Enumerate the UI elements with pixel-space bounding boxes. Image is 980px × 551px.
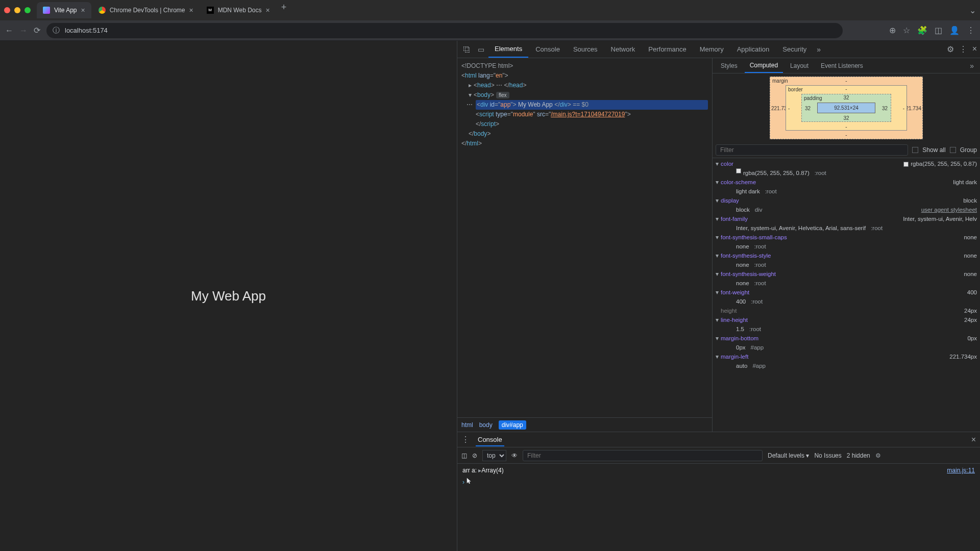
computed-property-row[interactable]: ▾margin-bottom0px <box>716 334 977 343</box>
show-all-checkbox[interactable] <box>912 147 918 153</box>
address-bar[interactable]: ⓘ localhost:5174 <box>46 23 843 38</box>
new-tab-button[interactable]: + <box>277 2 291 18</box>
search-icon[interactable]: ⊕ <box>889 26 896 35</box>
side-panel-icon[interactable]: ◫ <box>935 26 942 35</box>
box-model-content: 92.531×24 <box>817 103 875 113</box>
computed-property-source[interactable]: light dark:root</span> <box>716 187 977 196</box>
computed-property-source[interactable]: none:root</span> <box>716 242 977 251</box>
close-devtools-icon[interactable]: × <box>972 44 977 54</box>
back-button[interactable]: ← <box>5 26 13 35</box>
forward-button[interactable]: → <box>19 26 28 35</box>
tab-vite-app[interactable]: Vite App × <box>37 2 91 18</box>
flex-badge[interactable]: flex <box>496 92 509 98</box>
live-expression-icon[interactable]: 👁 <box>511 452 518 459</box>
devtools-panel: ⿻ ▭ Elements Console Sources Network Per… <box>457 41 980 551</box>
sidebar-toggle-icon[interactable]: ◫ <box>461 452 467 459</box>
reload-button[interactable]: ⟳ <box>34 26 40 35</box>
breadcrumb: html body div#app <box>457 417 712 432</box>
close-tab-icon[interactable]: × <box>189 6 193 14</box>
computed-properties-list[interactable]: ▾colorrgba(255, 255, 255, 0.87)rgba(255,… <box>713 158 980 432</box>
tab-layout[interactable]: Layout <box>785 58 814 73</box>
more-tabs-icon[interactable]: » <box>967 62 977 70</box>
inspect-element-icon[interactable]: ⿻ <box>460 45 474 54</box>
computed-property-source[interactable]: blockdivuser agent stylesheet <box>716 205 977 214</box>
tab-computed[interactable]: Computed <box>745 58 783 73</box>
computed-property-row[interactable]: ▾displayblock <box>716 196 977 205</box>
computed-property-row[interactable]: ▾font-weight400 <box>716 288 977 297</box>
computed-property-row[interactable]: ▾font-synthesis-stylenone <box>716 251 977 260</box>
tab-chrome-devtools[interactable]: Chrome DevTools | Chrome × <box>92 2 200 18</box>
computed-property-source[interactable]: none:root</span> <box>716 279 977 288</box>
console-drawer-tab[interactable]: Console <box>476 433 504 446</box>
device-toolbar-icon[interactable]: ▭ <box>475 45 487 54</box>
context-selector[interactable]: top <box>482 450 506 461</box>
computed-filter-input[interactable] <box>716 144 908 156</box>
close-drawer-icon[interactable]: × <box>971 435 976 444</box>
computed-property-source[interactable]: 400:root</span> <box>716 297 977 306</box>
maximize-window-icon[interactable] <box>24 7 31 13</box>
tab-mdn[interactable]: M MDN Web Docs × <box>201 2 276 18</box>
tab-security[interactable]: Security <box>776 41 813 58</box>
computed-property-source[interactable]: 0px#app</span> <box>716 343 977 352</box>
ellipsis-icon[interactable]: ⋯ <box>467 100 473 110</box>
hidden-count[interactable]: 2 hidden <box>847 452 870 459</box>
more-tabs-icon[interactable]: » <box>814 45 824 54</box>
show-all-label: Show all <box>922 146 945 154</box>
kebab-menu-icon[interactable]: ⋮ <box>959 44 967 54</box>
tab-application[interactable]: Application <box>731 41 776 58</box>
clear-console-icon[interactable]: ⊘ <box>472 452 477 459</box>
tab-performance[interactable]: Performance <box>642 41 692 58</box>
computed-property-row[interactable]: ▾color-schemelight dark <box>716 178 977 187</box>
tab-event-listeners[interactable]: Event Listeners <box>816 58 868 73</box>
minimize-window-icon[interactable] <box>14 7 20 13</box>
tab-network[interactable]: Network <box>605 41 642 58</box>
log-source-link[interactable]: main.js:11 <box>947 467 975 474</box>
extensions-icon[interactable]: 🧩 <box>917 26 927 35</box>
tab-sources[interactable]: Sources <box>567 41 604 58</box>
console-log-line[interactable]: arr a: ▸ Array(4) main.js:11 <box>462 467 975 474</box>
bookmark-icon[interactable]: ☆ <box>903 26 910 35</box>
crumb-div-app[interactable]: div#app <box>499 420 526 430</box>
computed-property-source[interactable]: rgba(255, 255, 255, 0.87):root</span> <box>716 168 977 178</box>
console-prompt[interactable]: › <box>462 477 975 486</box>
mdn-favicon-icon: M <box>207 7 214 14</box>
computed-property-row[interactable]: ▾colorrgba(255, 255, 255, 0.87) <box>716 159 977 168</box>
computed-property-source[interactable]: none:root</span> <box>716 260 977 269</box>
close-window-icon[interactable] <box>4 7 10 13</box>
kebab-menu-icon[interactable]: ⋮ <box>461 435 470 444</box>
chevron-down-icon[interactable]: ⌄ <box>969 6 976 15</box>
tab-memory[interactable]: Memory <box>694 41 730 58</box>
computed-property-row[interactable]: ▾line-height24px <box>716 315 977 324</box>
computed-property-source[interactable]: Inter, system-ui, Avenir, Helvetica, Ari… <box>716 223 977 233</box>
close-tab-icon[interactable]: × <box>266 6 270 14</box>
computed-property-source[interactable]: auto#app</span> <box>716 361 977 370</box>
site-info-icon[interactable]: ⓘ <box>53 26 60 35</box>
settings-icon[interactable]: ⚙ <box>947 44 954 54</box>
kebab-menu-icon[interactable]: ⋮ <box>967 26 975 35</box>
computed-property-source[interactable]: 1.5:root</span> <box>716 324 977 334</box>
issues-indicator[interactable]: No Issues <box>814 452 841 459</box>
group-checkbox[interactable] <box>950 147 956 153</box>
dom-tree[interactable]: <!DOCTYPE html> <html lang="en"> ▸<head>… <box>457 58 712 417</box>
computed-property-row[interactable]: ▾font-synthesis-small-capsnone <box>716 233 977 242</box>
profile-icon[interactable]: 👤 <box>949 26 960 35</box>
computed-property-row[interactable]: height24px <box>716 306 977 315</box>
browser-toolbar: ← → ⟳ ⓘ localhost:5174 ⊕ ☆ 🧩 ◫ 👤 ⋮ <box>0 20 980 41</box>
crumb-body[interactable]: body <box>479 421 493 429</box>
tab-console[interactable]: Console <box>529 41 566 58</box>
log-levels-dropdown[interactable]: Default levels ▾ <box>768 452 809 459</box>
computed-property-row[interactable]: ▾margin-left221.734px <box>716 352 977 361</box>
selected-dom-node[interactable]: <div id="app"> My Web App </div> == $0 <box>476 100 708 110</box>
tab-elements[interactable]: Elements <box>488 41 528 58</box>
box-model: margin - - 221.734 221.734 border - - - … <box>713 73 980 142</box>
computed-property-row[interactable]: ▾font-familyInter, system-ui, Avenir, He… <box>716 214 977 223</box>
cursor-icon <box>466 477 473 484</box>
computed-property-row[interactable]: ▾font-synthesis-weightnone <box>716 269 977 279</box>
settings-icon[interactable]: ⚙ <box>875 452 881 459</box>
crumb-html[interactable]: html <box>461 421 473 429</box>
tab-styles[interactable]: Styles <box>716 58 743 73</box>
browser-tab-strip: Vite App × Chrome DevTools | Chrome × M … <box>0 0 980 20</box>
close-tab-icon[interactable]: × <box>81 6 85 14</box>
tab-title: Vite App <box>54 7 77 14</box>
console-filter-input[interactable] <box>523 450 763 461</box>
